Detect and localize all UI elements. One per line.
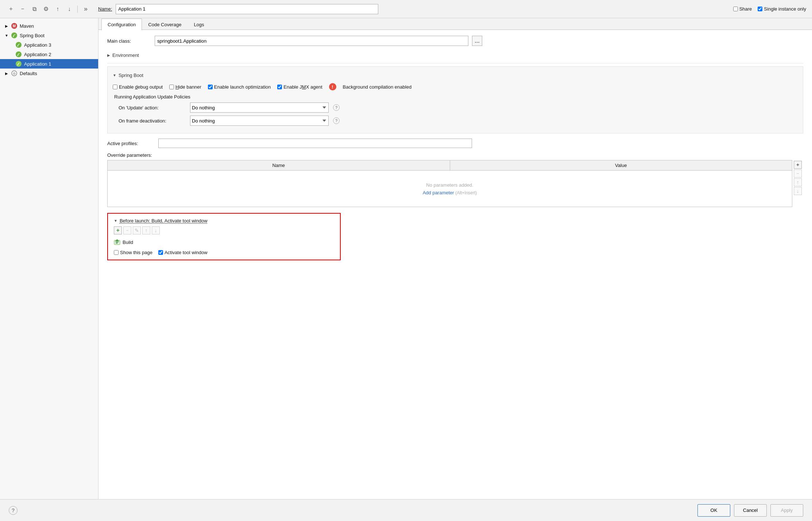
spring-options: Enable debug output Hide banner Enable l… xyxy=(113,83,798,90)
before-launch-btn-row: ＋ － ✎ ↑ ↓ xyxy=(114,226,334,234)
name-input[interactable] xyxy=(116,4,378,14)
spring-boot-label: Spring Boot xyxy=(20,33,94,38)
update-policies: Running Application Update Policies On '… xyxy=(113,94,798,126)
toolbar: ＋ － ⧉ ⚙ ↑ ↓ » Name: Share Single instanc… xyxy=(0,0,812,18)
spring-boot-section-header[interactable]: ▼ Spring Boot xyxy=(113,70,798,80)
on-update-help[interactable]: ? xyxy=(333,104,340,111)
build-item: Build xyxy=(114,237,334,247)
params-add-btn[interactable]: ＋ xyxy=(794,161,802,169)
hide-banner-checkbox[interactable] xyxy=(169,85,174,89)
sidebar-item-app2[interactable]: Application 2 xyxy=(0,50,98,59)
add-param-shortcut: (Alt+Insert) xyxy=(455,190,477,195)
sidebar-item-maven[interactable]: ▶ M Maven xyxy=(0,21,98,31)
add-param-link[interactable]: Add parameter xyxy=(423,190,454,195)
debug-output-label[interactable]: Enable debug output xyxy=(113,84,163,90)
name-row: Name: xyxy=(98,4,726,14)
on-frame-select[interactable]: Do nothing Update classes and resources … xyxy=(190,116,329,126)
header-right: Share Single instance only xyxy=(733,6,806,12)
add-button[interactable]: ＋ xyxy=(6,4,16,14)
before-launch-add-btn[interactable]: ＋ xyxy=(114,226,122,234)
maven-arrow: ▶ xyxy=(4,24,9,28)
single-instance-checkbox[interactable] xyxy=(758,7,762,11)
before-launch-edit-btn[interactable]: ✎ xyxy=(133,226,141,234)
name-label: Name: xyxy=(98,6,112,12)
activate-window-checkbox[interactable] xyxy=(158,250,163,255)
run-configuration-dialog: ＋ － ⧉ ⚙ ↑ ↓ » Name: Share Single instanc… xyxy=(0,0,812,521)
show-page-label[interactable]: Show this page xyxy=(114,250,152,255)
show-page-checkbox[interactable] xyxy=(114,250,119,255)
app2-label: Application 2 xyxy=(24,52,94,57)
defaults-arrow: ▶ xyxy=(4,71,9,75)
enable-launch-checkbox[interactable] xyxy=(208,85,213,89)
activate-window-label[interactable]: Activate tool window xyxy=(158,250,208,255)
before-launch-down-btn[interactable]: ↓ xyxy=(152,226,160,234)
environment-arrow: ▶ xyxy=(107,53,110,57)
hide-banner-label[interactable]: Hide banner xyxy=(169,84,201,90)
single-instance-checkbox-label[interactable]: Single instance only xyxy=(758,6,806,12)
config-panel: Main class: ... ▶ Environment ▼ Spring B… xyxy=(98,30,812,499)
params-down-btn[interactable]: ↓ xyxy=(794,187,802,195)
move-down-button[interactable]: ↓ xyxy=(64,4,74,14)
spring-boot-icon xyxy=(11,32,18,39)
app1-icon xyxy=(15,61,22,67)
maven-label: Maven xyxy=(20,23,94,29)
params-col-value-header: Value xyxy=(450,160,792,171)
defaults-label: Defaults xyxy=(20,71,94,76)
before-launch-remove-btn[interactable]: － xyxy=(123,226,131,234)
override-params-section: Override parameters: Name Value xyxy=(107,152,803,207)
active-profiles-label: Active profiles: xyxy=(107,141,155,146)
on-update-select[interactable]: Do nothing Update classes and resources … xyxy=(190,102,329,113)
enable-jmx-label[interactable]: Enable JMX agent xyxy=(277,84,322,90)
copy-button[interactable]: ⧉ xyxy=(29,4,39,14)
bottom-left: ? xyxy=(9,506,18,515)
cancel-button[interactable]: Cancel xyxy=(734,504,767,517)
help-button[interactable]: ? xyxy=(9,506,18,515)
ok-button[interactable]: OK xyxy=(697,504,730,517)
debug-output-checkbox[interactable] xyxy=(113,85,117,89)
params-remove-btn[interactable]: － xyxy=(794,170,802,178)
app3-label: Application 3 xyxy=(24,42,94,48)
svg-text:M: M xyxy=(13,24,16,28)
before-launch-up-btn[interactable]: ↑ xyxy=(142,226,150,234)
on-frame-row: On frame deactivation: Do nothing Update… xyxy=(113,116,798,126)
active-profiles-input[interactable] xyxy=(158,139,472,148)
sidebar-item-app1[interactable]: Application 1 xyxy=(0,59,98,69)
params-table-buttons: ＋ － ↑ ↓ xyxy=(792,160,803,207)
single-instance-label: Single instance only xyxy=(764,6,806,12)
enable-launch-label[interactable]: Enable launch optimization xyxy=(208,84,271,90)
tab-logs[interactable]: Logs xyxy=(187,19,210,30)
show-page-text: Show this page xyxy=(120,250,152,255)
hide-banner-text: Hide banner xyxy=(175,84,201,90)
before-launch-options: Show this page Activate tool window xyxy=(114,250,334,255)
tab-code-coverage[interactable]: Code Coverage xyxy=(142,19,187,30)
remove-button[interactable]: － xyxy=(18,4,28,14)
main-class-browse-btn[interactable]: ... xyxy=(472,36,482,46)
sidebar-item-defaults[interactable]: ▶ ⚙ Defaults xyxy=(0,69,98,78)
settings-button[interactable]: ⚙ xyxy=(41,4,51,14)
on-frame-label: On frame deactivation: xyxy=(113,118,186,124)
debug-output-text: Enable debug output xyxy=(119,84,163,90)
enable-jmx-checkbox[interactable] xyxy=(277,85,282,89)
main-class-row: Main class: ... xyxy=(107,36,803,46)
environment-section-header[interactable]: ▶ Environment xyxy=(107,50,803,60)
on-frame-help[interactable]: ? xyxy=(333,117,340,124)
move-up-button[interactable]: ↑ xyxy=(53,4,63,14)
main-class-input[interactable] xyxy=(155,36,468,46)
sidebar-item-spring-boot[interactable]: ▼ Spring Boot xyxy=(0,31,98,40)
toolbar-separator xyxy=(77,5,78,13)
warn-icon: ! xyxy=(329,83,336,90)
override-params-label: Override parameters: xyxy=(107,152,803,158)
apply-button[interactable]: Apply xyxy=(770,504,803,517)
add-param-row: Add parameter (Alt+Insert) xyxy=(112,190,788,195)
active-profiles-row: Active profiles: xyxy=(107,139,803,148)
tab-configuration[interactable]: Configuration xyxy=(101,19,142,30)
params-up-btn[interactable]: ↑ xyxy=(794,178,802,186)
sidebar-item-app3[interactable]: Application 3 xyxy=(0,40,98,50)
right-panel: Configuration Code Coverage Logs Main cl… xyxy=(98,18,812,499)
share-checkbox[interactable] xyxy=(733,7,738,11)
share-checkbox-label[interactable]: Share xyxy=(733,6,752,12)
more-button[interactable]: » xyxy=(81,4,91,14)
enable-jmx-text: Enable JMX agent xyxy=(283,84,322,90)
app3-icon xyxy=(15,42,22,48)
app1-label: Application 1 xyxy=(24,61,94,67)
